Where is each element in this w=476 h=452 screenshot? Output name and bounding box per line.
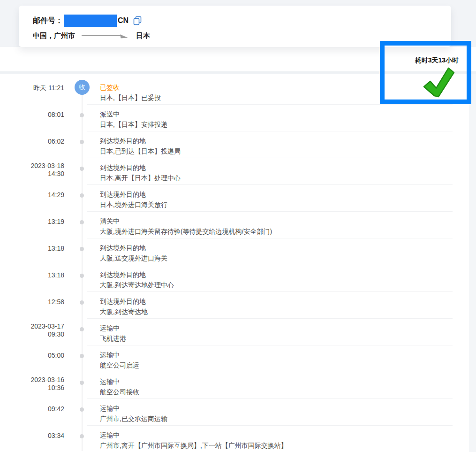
timeline-row: 03:34 运输中 广州市,离开【广州市国际互换局】,下一站【广州市国际交换站】 (0, 425, 469, 452)
timeline-row: 13:19 清关中 大阪,境外进口海关留存待验(等待提交给边境机构/安全部门) (0, 211, 469, 238)
event-content: 运输中 航空公司启运 (100, 345, 469, 372)
event-time-text: 13:18 (0, 271, 64, 279)
row-divider (87, 425, 453, 426)
event-description: 广州市,离开【广州市国际互换局】,下一站【广州市国际交换站】 (100, 441, 469, 450)
timeline-marker (64, 291, 100, 318)
event-status: 运输中 (100, 323, 469, 333)
timeline-row: 14:29 到达境外目的地 日本,境外进口海关放行 (0, 184, 469, 211)
duration-annotation-box: 耗时3天13小时 (380, 41, 471, 104)
event-status: 到达境外目的地 (100, 136, 469, 146)
arrow-right-icon (81, 32, 130, 41)
event-time-text: 12:58 (0, 298, 64, 306)
event-status: 到达境外目的地 (100, 297, 469, 306)
destination-label: 日本 (136, 31, 150, 40)
event-time-text: 14:30 (0, 170, 64, 178)
timeline-dot (80, 274, 84, 278)
timeline-marker (64, 318, 100, 345)
event-status: 到达境外目的地 (100, 163, 469, 172)
timeline-dot (80, 193, 84, 198)
row-divider (87, 158, 453, 158)
row-divider (87, 104, 453, 105)
timeline-marker (64, 398, 100, 425)
timeline-row: 06:02 到达境外目的地 日本,已到达【日本】投递局 (0, 131, 469, 158)
event-content: 到达境外目的地 日本,境外进口海关放行 (100, 184, 469, 211)
timeline-row: 09:42 运输中 广州市,已交承运商运输 (0, 398, 469, 425)
row-divider (87, 184, 453, 185)
event-time: 09:42 (0, 398, 64, 425)
event-time: 13:18 (0, 238, 64, 265)
event-content: 运输中 广州市,已交承运商运输 (100, 398, 469, 425)
timeline-dot (80, 354, 84, 358)
event-time: 08:01 (0, 104, 64, 131)
timeline-marker (64, 372, 100, 398)
event-description: 大阪,境外进口海关留存待验(等待提交给边境机构/安全部门) (100, 227, 469, 236)
timeline-dot (80, 247, 84, 251)
timeline-marker (64, 238, 100, 265)
event-time: 05:00 (0, 345, 64, 372)
timeline-dot (80, 167, 84, 171)
event-description: 航空公司接收 (100, 387, 469, 397)
event-content: 运输中 广州市,离开【广州市国际互换局】,下一站【广州市国际交换站】 (100, 425, 469, 452)
event-time-text: 03:34 (0, 432, 64, 440)
event-status: 清关中 (100, 216, 469, 226)
event-description: 日本,离开【日本】处理中心 (100, 173, 469, 183)
right-gutter (469, 74, 476, 452)
event-status: 到达境外目的地 (100, 243, 469, 253)
mail-number-line: 邮件号： CN (33, 15, 143, 27)
event-time: 06:02 (0, 131, 64, 158)
event-content: 清关中 大阪,境外进口海关留存待验(等待提交给边境机构/安全部门) (100, 211, 469, 238)
event-description: 飞机进港 (100, 334, 469, 343)
event-content: 到达境外目的地 大阪,到达寄达地处理中心 (100, 265, 469, 291)
event-time: 03:34 (0, 425, 64, 452)
event-description: 日本,【日本】安排投递 (100, 120, 469, 129)
event-description: 日本,境外进口海关放行 (100, 200, 469, 209)
timeline-row: 05:00 运输中 航空公司启运 (0, 345, 469, 372)
event-time-text: 13:18 (0, 245, 64, 253)
event-content: 运输中 飞机进港 (100, 318, 469, 345)
origin-label: 中国，广州市 (33, 31, 75, 40)
event-description: 航空公司启运 (100, 360, 469, 370)
timeline-dot (80, 407, 84, 412)
event-time-text: 昨天 11:21 (0, 84, 64, 92)
event-time: 2023-03-18 14:30 (0, 158, 64, 184)
row-divider (87, 291, 453, 292)
event-status: 到达境外目的地 (100, 190, 469, 199)
event-time: 14:29 (0, 184, 64, 211)
event-content: 到达境外目的地 日本,离开【日本】处理中心 (100, 158, 469, 184)
timeline-marker (64, 345, 100, 372)
timeline-row: 2023-03-16 10:36 运输中 航空公司接收 (0, 372, 469, 398)
timeline-row: 13:18 到达境外目的地 大阪,到达寄达地处理中心 (0, 265, 469, 291)
timeline-marker (64, 104, 100, 131)
event-content: 到达境外目的地 大阪,到达寄达地 (100, 291, 469, 318)
timeline-dot (80, 381, 84, 385)
event-date: 2023-03-16 (0, 376, 64, 384)
row-divider (87, 265, 453, 265)
green-check-icon (419, 67, 456, 100)
event-date: 2023-03-17 (0, 322, 64, 330)
timeline-dot (80, 140, 84, 144)
event-date: 2023-03-18 (0, 162, 64, 170)
event-time-text: 09:42 (0, 405, 64, 413)
mail-number-suffix: CN (118, 16, 128, 25)
row-divider (87, 238, 453, 238)
row-divider (87, 211, 453, 212)
copy-icon[interactable] (133, 15, 143, 26)
received-badge: 收 (75, 80, 90, 95)
event-time: 13:18 (0, 265, 64, 291)
timeline-dot (80, 434, 84, 438)
event-description: 大阪,送交境外进口海关 (100, 253, 469, 263)
event-content: 运输中 航空公司接收 (100, 372, 469, 398)
timeline-row: 2023-03-17 09:30 运输中 飞机进港 (0, 318, 469, 345)
event-time-text: 05:00 (0, 352, 64, 360)
timeline-row: 2023-03-18 14:30 到达境外目的地 日本,离开【日本】处理中心 (0, 158, 469, 184)
row-divider (87, 318, 453, 319)
event-status: 派送中 (100, 109, 469, 119)
timeline-dot (80, 113, 84, 117)
timeline-dot (80, 327, 84, 331)
event-time: 2023-03-17 09:30 (0, 318, 64, 345)
route-line: 中国，广州市 日本 (33, 31, 150, 41)
event-description: 广州市,已交承运商运输 (100, 414, 469, 423)
event-time-text: 08:01 (0, 111, 64, 119)
event-time-text: 10:36 (0, 384, 64, 392)
row-divider (87, 131, 453, 131)
